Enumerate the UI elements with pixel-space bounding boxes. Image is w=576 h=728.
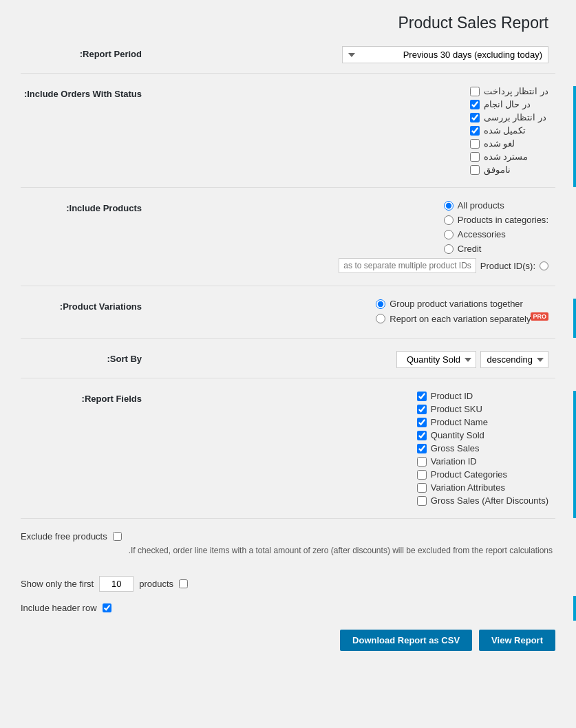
report-field-checkbox-5[interactable] — [417, 457, 427, 467]
sort-field-select[interactable]: Quantity Sold Product Name Gross Sales P… — [396, 351, 476, 368]
status-checkbox-0[interactable] — [470, 87, 480, 96]
exclude-free-label: Exclude free products — [21, 531, 107, 542]
status-checkbox-2[interactable] — [470, 113, 480, 122]
view-report-button[interactable]: View Report — [479, 630, 555, 651]
exclude-free-note: If checked, order line items with a tota… — [21, 546, 555, 555]
include-products-radio-1[interactable] — [444, 215, 454, 225]
exclude-free-checkbox[interactable] — [113, 532, 122, 541]
first-products-before: Show only the first — [21, 579, 94, 589]
report-field-row: Gross Sales — [417, 443, 548, 453]
include-orders-label: :Include Orders With Status — [21, 86, 151, 99]
report-field-row: Quantity Sold — [417, 430, 548, 440]
status-label-3: تکمیل شده — [484, 125, 526, 136]
status-label-6: ناموفق — [484, 164, 511, 175]
pro-badge: PRO — [531, 312, 548, 321]
report-field-checkbox-7[interactable] — [417, 483, 427, 493]
include-products-row: Accessories — [444, 229, 548, 239]
report-period-select[interactable]: Previous 30 days (excluding today) This … — [342, 46, 548, 63]
first-products-input[interactable] — [99, 576, 134, 592]
status-label-0: در انتظار پرداخت — [484, 86, 548, 96]
status-row: در حال انجام — [470, 99, 548, 109]
include-products-radio-2[interactable] — [444, 230, 454, 239]
report-field-label-4: Gross Sales — [431, 443, 480, 453]
status-checkbox-6[interactable] — [470, 165, 480, 175]
report-fields-label: :Report Fields — [21, 391, 151, 404]
status-checkbox-1[interactable] — [470, 100, 480, 109]
include-products-label-2: Accessories — [458, 229, 506, 239]
header-row-label: Include header row — [21, 603, 97, 613]
first-products-checkbox[interactable] — [179, 579, 188, 588]
status-label-2: در انتظار بررسی — [484, 112, 546, 122]
variation-row: Group product variations together — [376, 299, 548, 309]
report-field-checkbox-8[interactable] — [417, 496, 427, 506]
status-row: ناموفق — [470, 164, 548, 175]
status-row: لغو شده — [470, 138, 548, 149]
product-ids-input[interactable] — [339, 258, 476, 273]
status-checkbox-4[interactable] — [470, 139, 480, 149]
variation-row: Report on each variation separatelyPRO — [376, 313, 548, 324]
exclude-free-row: Exclude free products — [21, 531, 555, 542]
include-products-label-3: Credit — [458, 244, 482, 254]
report-field-checkbox-4[interactable] — [417, 444, 427, 453]
include-products-radio-3[interactable] — [444, 244, 454, 254]
download-report-button[interactable]: Download Report as CSV — [340, 630, 472, 651]
include-products-radio-0[interactable] — [444, 201, 454, 211]
header-row-section: Include header row — [21, 603, 555, 613]
status-label-4: لغو شده — [484, 138, 515, 149]
status-label-5: مسترد شده — [484, 151, 529, 162]
report-field-label-2: Product Name — [431, 417, 488, 427]
page-title: Product Sales Report — [21, 14, 555, 32]
report-field-row: Product Name — [417, 417, 548, 427]
report-field-checkbox-2[interactable] — [417, 418, 427, 427]
status-label-1: در حال انجام — [484, 99, 531, 109]
buttons-row: Download Report as CSV View Report — [21, 630, 555, 651]
report-field-row: Variation Attributes — [417, 482, 548, 493]
report-field-row: Product ID — [417, 391, 548, 401]
report-field-checkbox-6[interactable] — [417, 470, 427, 480]
product-ids-radio[interactable] — [540, 261, 548, 270]
report-field-label-1: Product SKU — [431, 404, 482, 414]
include-products-row: Credit — [444, 244, 548, 254]
report-field-row: Variation ID — [417, 456, 548, 467]
report-field-row: Product SKU — [417, 404, 548, 414]
sort-order-select[interactable]: descending ascending — [480, 351, 548, 368]
report-field-label-0: Product ID — [431, 391, 473, 401]
include-products-label: :Include Products — [21, 200, 151, 213]
variation-radio-1[interactable] — [376, 314, 385, 323]
include-products-row: :Products in categories — [444, 215, 548, 225]
variation-label-0: Group product variations together — [390, 299, 523, 309]
variation-radio-0[interactable] — [376, 299, 385, 309]
header-row-checkbox[interactable] — [103, 603, 111, 612]
first-products-after: products — [139, 579, 173, 589]
product-variations-label: :Product Variations — [21, 299, 151, 312]
report-period-label: :Report Period — [21, 46, 151, 59]
report-field-label-5: Variation ID — [431, 456, 477, 467]
product-ids-label: :(Product ID(s — [480, 261, 535, 271]
report-field-label-3: Quantity Sold — [431, 430, 484, 440]
variation-label-1: Report on each variation separatelyPRO — [390, 313, 548, 324]
report-field-label-7: Variation Attributes — [431, 482, 505, 493]
status-checkbox-5[interactable] — [470, 152, 480, 162]
include-products-row: All products — [444, 200, 548, 211]
status-checkbox-3[interactable] — [470, 126, 480, 136]
report-field-label-8: (Gross Sales (After Discounts — [431, 495, 548, 506]
status-row: در انتظار بررسی — [470, 112, 548, 122]
status-row: تکمیل شده — [470, 125, 548, 136]
include-products-label-0: All products — [458, 200, 504, 211]
report-field-checkbox-0[interactable] — [417, 392, 427, 401]
report-field-row: (Gross Sales (After Discounts — [417, 495, 548, 506]
sort-by-label: :Sort By — [21, 351, 151, 364]
report-field-row: Product Categories — [417, 469, 548, 480]
report-field-label-6: Product Categories — [431, 469, 507, 480]
product-ids-row: :(Product ID(s — [339, 258, 548, 273]
status-row: در انتظار پرداخت — [470, 86, 548, 96]
first-products-row: products Show only the first — [21, 576, 555, 592]
status-row: مسترد شده — [470, 151, 548, 162]
report-field-checkbox-3[interactable] — [417, 431, 427, 440]
report-field-checkbox-1[interactable] — [417, 405, 427, 414]
include-products-label-1: :Products in categories — [458, 215, 548, 225]
